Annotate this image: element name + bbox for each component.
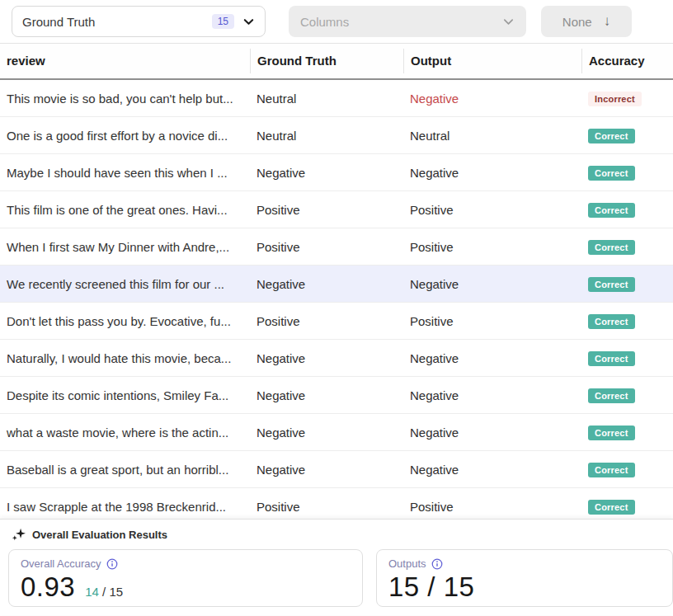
output-cell: Negative bbox=[403, 463, 581, 477]
output-cell: Negative bbox=[403, 426, 581, 440]
ground-truth-cell: Positive bbox=[250, 500, 403, 514]
accuracy-badge: Correct bbox=[588, 314, 635, 329]
chevron-down-icon bbox=[242, 16, 255, 28]
column-header-review[interactable]: review bbox=[0, 49, 250, 73]
review-cell: This movie is so bad, you can't help but… bbox=[0, 92, 250, 106]
outputs-value: 15 / 15 bbox=[388, 571, 474, 603]
accuracy-badge: Correct bbox=[588, 277, 635, 292]
table-body: This movie is so bad, you can't help but… bbox=[0, 80, 673, 519]
output-cell: Negative bbox=[403, 92, 581, 106]
accuracy-badge: Correct bbox=[588, 240, 635, 255]
review-cell: what a waste movie, where is the actin..… bbox=[0, 426, 250, 440]
ground-truth-cell: Negative bbox=[250, 277, 403, 291]
table-row[interactable]: what a waste movie, where is the actin..… bbox=[0, 414, 673, 451]
ground-truth-cell: Negative bbox=[250, 166, 403, 180]
overall-accuracy-label: Overall Accuracy bbox=[21, 557, 101, 570]
ground-truth-cell: Neutral bbox=[250, 129, 403, 143]
toolbar: Ground Truth 15 Columns None ↓ bbox=[0, 0, 673, 44]
table-header: review Ground Truth Output Accuracy bbox=[0, 44, 673, 80]
output-cell: Positive bbox=[403, 314, 581, 328]
output-cell: Neutral bbox=[403, 129, 581, 143]
ground-truth-cell: Negative bbox=[250, 426, 403, 440]
overall-accuracy-value: 0.93 bbox=[21, 571, 75, 603]
table-row[interactable]: I saw Scrapple at the 1998 Breckenrid...… bbox=[0, 488, 673, 519]
info-icon[interactable] bbox=[431, 558, 443, 570]
table-row[interactable]: One is a good first effort by a novice d… bbox=[0, 117, 673, 154]
table-row[interactable]: Don't let this pass you by. Evocative, f… bbox=[0, 303, 673, 340]
columns-label: Columns bbox=[300, 15, 349, 29]
column-header-accuracy[interactable]: Accuracy bbox=[581, 49, 673, 73]
output-cell: Negative bbox=[403, 166, 581, 180]
ground-truth-cell: Negative bbox=[250, 463, 403, 477]
review-cell: Baseball is a great sport, but an horrib… bbox=[0, 463, 250, 477]
review-cell: Maybe I should have seen this when I ... bbox=[0, 166, 250, 180]
table-row[interactable]: Baseball is a great sport, but an horrib… bbox=[0, 451, 673, 488]
accuracy-badge: Correct bbox=[588, 203, 635, 218]
ground-truth-cell: Positive bbox=[250, 314, 403, 328]
review-cell: Naturally, I would hate this movie, beca… bbox=[0, 351, 250, 365]
review-cell: When I first saw My Dinner with Andre,..… bbox=[0, 240, 250, 254]
accuracy-badge: Correct bbox=[588, 166, 635, 181]
filter-label: Ground Truth bbox=[22, 15, 95, 29]
review-cell: Despite its comic intentions, Smiley Fa.… bbox=[0, 388, 250, 402]
accuracy-badge: Correct bbox=[588, 351, 635, 366]
output-cell: Positive bbox=[403, 203, 581, 217]
overall-results-title: Overall Evaluation Results bbox=[32, 529, 167, 541]
ground-truth-cell: Negative bbox=[250, 351, 403, 365]
output-cell: Negative bbox=[403, 277, 581, 291]
table-row[interactable]: This film is one of the great ones. Havi… bbox=[0, 191, 673, 228]
outputs-card: Outputs 15 / 15 bbox=[376, 549, 673, 607]
output-cell: Positive bbox=[403, 240, 581, 254]
review-cell: This film is one of the great ones. Havi… bbox=[0, 203, 250, 217]
accuracy-badge: Incorrect bbox=[588, 92, 642, 106]
sparkles-icon bbox=[12, 528, 26, 542]
info-icon[interactable] bbox=[106, 558, 118, 570]
table-row[interactable]: We recently screened this film for our .… bbox=[0, 266, 673, 303]
table-row[interactable]: Maybe I should have seen this when I ...… bbox=[0, 154, 673, 191]
review-cell: One is a good first effort by a novice d… bbox=[0, 129, 250, 143]
overall-results-panel: Overall Evaluation Results Overall Accur… bbox=[0, 519, 673, 615]
accuracy-badge: Correct bbox=[588, 388, 635, 403]
column-header-ground-truth[interactable]: Ground Truth bbox=[250, 49, 403, 73]
table-row[interactable]: When I first saw My Dinner with Andre,..… bbox=[0, 228, 673, 266]
ground-truth-cell: Negative bbox=[250, 388, 403, 402]
review-cell: I saw Scrapple at the 1998 Breckenrid... bbox=[0, 500, 250, 514]
sort-label: None bbox=[562, 15, 592, 29]
ground-truth-cell: Positive bbox=[250, 240, 403, 254]
accuracy-badge: Correct bbox=[588, 463, 635, 477]
table-row[interactable]: Despite its comic intentions, Smiley Fa.… bbox=[0, 377, 673, 414]
accuracy-badge: Correct bbox=[588, 500, 635, 515]
chevron-down-icon bbox=[502, 16, 515, 28]
column-header-output[interactable]: Output bbox=[403, 49, 581, 73]
arrow-down-icon: ↓ bbox=[604, 13, 611, 30]
ground-truth-cell: Neutral bbox=[250, 92, 403, 106]
table-row[interactable]: Naturally, I would hate this movie, beca… bbox=[0, 340, 673, 377]
review-cell: Don't let this pass you by. Evocative, f… bbox=[0, 314, 250, 328]
ground-truth-cell: Positive bbox=[250, 203, 403, 217]
sort-none-button[interactable]: None ↓ bbox=[541, 6, 632, 37]
accuracy-fraction: 14 / 15 bbox=[85, 585, 123, 599]
output-cell: Negative bbox=[403, 388, 581, 402]
review-cell: We recently screened this film for our .… bbox=[0, 277, 250, 291]
accuracy-badge: Correct bbox=[588, 426, 635, 440]
accuracy-badge: Correct bbox=[588, 129, 635, 143]
output-cell: Negative bbox=[403, 351, 581, 365]
output-cell: Positive bbox=[403, 500, 581, 514]
outputs-label: Outputs bbox=[388, 557, 426, 570]
overall-accuracy-card: Overall Accuracy 0.93 14 / 15 bbox=[8, 549, 363, 607]
ground-truth-filter-dropdown[interactable]: Ground Truth 15 bbox=[12, 6, 266, 37]
columns-dropdown[interactable]: Columns bbox=[289, 6, 526, 37]
table-row[interactable]: This movie is so bad, you can't help but… bbox=[0, 80, 673, 117]
filter-count-badge: 15 bbox=[212, 14, 234, 29]
